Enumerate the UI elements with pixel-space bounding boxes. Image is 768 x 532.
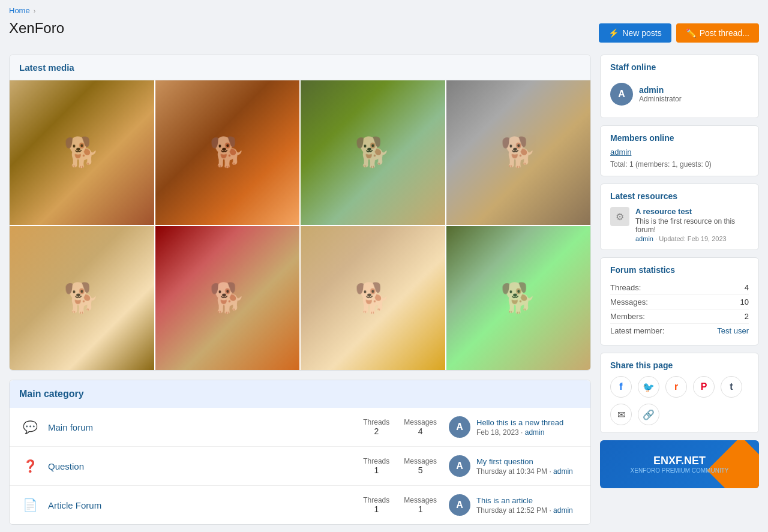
- new-posts-label: New posts: [622, 28, 661, 38]
- media-image-7: [301, 226, 445, 371]
- latest-thread-link[interactable]: My first question: [476, 457, 573, 466]
- media-item[interactable]: [10, 226, 154, 371]
- top-bar: XenForo ⚡ New posts ✏️ Post thread...: [9, 20, 759, 46]
- share-tumblr-button[interactable]: t: [721, 376, 742, 398]
- messages-value: 4: [404, 426, 437, 436]
- share-pinterest-button[interactable]: P: [693, 376, 715, 398]
- messages-label: Messages: [404, 418, 437, 426]
- media-image-1: [10, 80, 154, 225]
- category-header: Main category: [10, 380, 590, 408]
- enxf-banner[interactable]: ENXF.NET XENFORO PREMIUM COMMUNITY: [600, 440, 759, 488]
- forum-list: 💬 Main forum Threads 2 Messages 4: [10, 408, 590, 524]
- staff-online-title: Staff online: [610, 62, 749, 72]
- messages-stat: Messages 4: [404, 418, 437, 436]
- media-item[interactable]: [155, 226, 300, 371]
- new-posts-button[interactable]: ⚡ New posts: [599, 23, 671, 43]
- media-item[interactable]: [301, 226, 445, 371]
- media-item[interactable]: [155, 80, 300, 225]
- share-facebook-button[interactable]: f: [610, 376, 632, 398]
- share-link-button[interactable]: 🔗: [638, 404, 659, 425]
- media-image-4: [446, 80, 591, 225]
- media-item[interactable]: [446, 226, 591, 371]
- latest-member-key: Latest member:: [610, 326, 664, 335]
- stats-row-messages: Messages: 10: [610, 295, 749, 309]
- latest-date: Feb 18, 2023: [476, 428, 519, 437]
- messages-label: Messages: [404, 496, 437, 504]
- post-thread-label: Post thread...: [700, 28, 749, 38]
- forum-statistics-title: Forum statistics: [610, 265, 749, 275]
- share-twitter-button[interactable]: 🐦: [638, 376, 659, 398]
- latest-resources-title: Latest resources: [610, 191, 749, 201]
- enxf-sub-text: XENFORO PREMIUM COMMUNITY: [631, 467, 729, 474]
- latest-author-link[interactable]: admin: [525, 428, 545, 437]
- resource-description: This is the first resource on this forum…: [635, 217, 749, 234]
- latest-author-link[interactable]: admin: [553, 506, 573, 515]
- threads-val: 4: [745, 283, 749, 292]
- main-content: Latest media: [9, 55, 591, 525]
- breadcrumb-separator: ›: [34, 7, 36, 14]
- share-icons: f 🐦 r P t ✉ 🔗: [610, 376, 749, 425]
- forum-statistics-body: Forum statistics Threads: 4 Messages: 10…: [601, 258, 758, 345]
- share-reddit-button[interactable]: r: [665, 376, 687, 398]
- members-key: Members:: [610, 312, 645, 321]
- forum-icon-chat: 💬: [19, 416, 41, 438]
- threads-stat: Threads 1: [363, 457, 389, 475]
- latest-member-link[interactable]: Test user: [717, 326, 749, 335]
- threads-label: Threads: [363, 457, 389, 465]
- latest-info: This is an article Thursday at 12:52 PM …: [476, 496, 573, 515]
- stats-row-latest-member: Latest member: Test user: [610, 324, 749, 338]
- share-page-body: Share this page f 🐦 r P t ✉ 🔗: [601, 353, 758, 432]
- media-item[interactable]: [301, 80, 445, 225]
- category-title: Main category: [19, 389, 581, 399]
- member-online-link[interactable]: admin: [610, 148, 749, 157]
- resource-item: ⚙ A resource test This is the first reso…: [610, 207, 749, 242]
- sidebar: Staff online A admin Administrator Membe…: [600, 55, 759, 525]
- enxf-content: ENXF.NET XENFORO PREMIUM COMMUNITY: [631, 455, 729, 474]
- forum-name: Article Forum: [48, 500, 363, 510]
- share-email-button[interactable]: ✉: [610, 404, 632, 425]
- action-buttons: ⚡ New posts ✏️ Post thread...: [599, 23, 759, 43]
- media-item[interactable]: [10, 80, 154, 225]
- latest-author-link[interactable]: admin: [553, 467, 573, 476]
- latest-date: Thursday at 10:34 PM: [476, 467, 547, 476]
- resource-title-link[interactable]: A resource test: [635, 207, 749, 216]
- members-online-title: Members online: [610, 133, 749, 143]
- forum-icon-article: 📄: [19, 494, 41, 516]
- resource-icon: ⚙: [610, 207, 629, 226]
- staff-role: Administrator: [639, 95, 682, 103]
- page-title: XenForo: [9, 20, 64, 37]
- latest-thread-link[interactable]: This is an article: [476, 496, 573, 505]
- forum-link-question[interactable]: Question: [48, 461, 84, 471]
- forum-link-article[interactable]: Article Forum: [48, 500, 101, 510]
- latest-date: Thursday at 12:52 PM: [476, 506, 547, 515]
- forum-link-main[interactable]: Main forum: [48, 422, 93, 432]
- staff-member: A admin Administrator: [610, 78, 749, 110]
- forum-latest: A Hello this is a new thread Feb 18, 202…: [449, 416, 581, 438]
- avatar: A: [449, 455, 470, 477]
- resource-author-link[interactable]: admin: [635, 235, 653, 242]
- avatar: A: [449, 416, 470, 438]
- lightning-icon: ⚡: [608, 28, 619, 38]
- forum-stats: Threads 1 Messages 1: [363, 496, 437, 514]
- forum-name: Main forum: [48, 422, 363, 432]
- latest-meta: Feb 18, 2023 · admin: [476, 428, 544, 437]
- avatar: A: [449, 494, 470, 516]
- forum-latest: A This is an article Thursday at 12:52 P…: [449, 494, 581, 516]
- resource-meta: admin · Updated: Feb 19, 2023: [635, 235, 749, 242]
- members-online-card: Members online admin Total: 1 (members: …: [600, 125, 759, 176]
- latest-thread-link[interactable]: Hello this is a new thread: [476, 418, 563, 427]
- threads-value: 1: [363, 465, 389, 475]
- latest-media-title: Latest media: [19, 62, 581, 73]
- staff-avatar: A: [610, 83, 633, 106]
- threads-stat: Threads 2: [363, 418, 389, 436]
- media-image-3: [301, 80, 445, 225]
- staff-name[interactable]: admin: [639, 85, 682, 95]
- post-thread-button[interactable]: ✏️ Post thread...: [676, 23, 759, 43]
- breadcrumb-home[interactable]: Home: [9, 6, 30, 15]
- messages-val: 10: [740, 297, 749, 306]
- latest-resources-card: Latest resources ⚙ A resource test This …: [600, 184, 759, 250]
- messages-key: Messages:: [610, 297, 648, 306]
- resource-updated: Feb 19, 2023: [688, 235, 727, 242]
- media-item[interactable]: [446, 80, 591, 225]
- media-image-8: [446, 226, 591, 371]
